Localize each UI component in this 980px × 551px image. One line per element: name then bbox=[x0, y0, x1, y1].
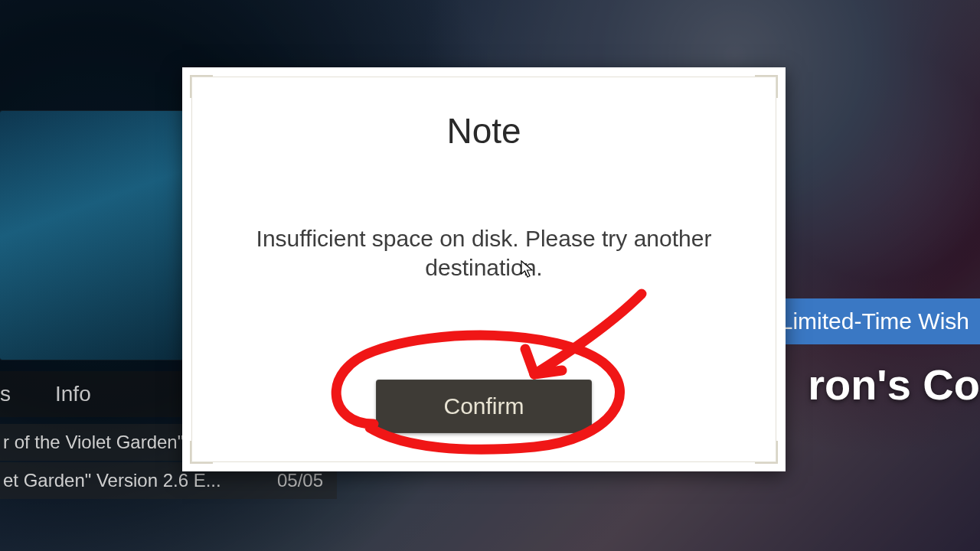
dialog-corner-icon bbox=[755, 75, 778, 98]
news-thumbnail bbox=[0, 111, 184, 360]
dialog-corner-icon bbox=[190, 441, 213, 464]
note-dialog: Note Insufficient space on disk. Please … bbox=[182, 67, 786, 471]
dialog-message: Insufficient space on disk. Please try a… bbox=[243, 224, 724, 282]
news-tab-partial[interactable]: s bbox=[0, 382, 37, 406]
dialog-title: Note bbox=[182, 110, 786, 152]
wish-banner-title: ron's Co bbox=[808, 360, 980, 409]
headline-text: et Garden" Version 2.6 E... bbox=[0, 470, 263, 491]
dialog-corner-icon bbox=[190, 75, 213, 98]
headline-date: 05/05 bbox=[263, 470, 337, 491]
dialog-corner-icon bbox=[755, 441, 778, 464]
confirm-button[interactable]: Confirm bbox=[376, 380, 592, 433]
news-tab-info[interactable]: Info bbox=[37, 382, 109, 406]
